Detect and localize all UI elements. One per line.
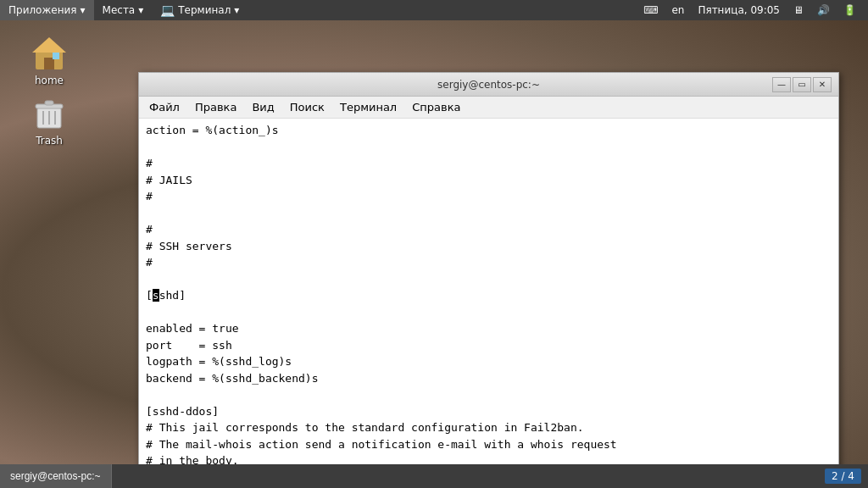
terminal-content[interactable]: action = %(action_)s # # JAILS # # # SSH… [139, 119, 838, 469]
battery-icon[interactable]: 🔋 [838, 0, 861, 20]
home-icon-label: home [35, 75, 64, 86]
top-panel-left: Приложения ▾ Места ▾ 💻 Терминал ▾ [0, 0, 248, 20]
svg-rect-3 [53, 53, 59, 59]
close-icon: ✕ [819, 80, 826, 89]
svg-rect-6 [45, 101, 53, 105]
terminal-text: action = %(action_)s # # JAILS # # # SSH… [146, 122, 832, 469]
terminal-title: sergiy@centos-pc:~ [205, 79, 772, 91]
menu-view[interactable]: Вид [245, 99, 281, 115]
terminal-titlebar: sergiy@centos-pc:~ — ▭ ✕ [139, 73, 838, 97]
apps-menu-label: Приложения [8, 4, 77, 16]
taskbar-right: 2 / 4 [825, 469, 868, 484]
menu-file[interactable]: Файл [142, 99, 186, 115]
minimize-button[interactable]: — [772, 77, 791, 92]
svg-rect-2 [44, 58, 54, 69]
taskbar-window-label: sergiy@centos-pc:~ [10, 470, 101, 482]
sound-icon[interactable]: 🔊 [812, 0, 835, 20]
taskbar-window-button[interactable]: sergiy@centos-pc:~ [0, 464, 112, 488]
minimize-icon: — [777, 80, 786, 89]
menu-terminal[interactable]: Терминал [333, 99, 403, 115]
places-menu[interactable]: Места ▾ [94, 0, 153, 20]
bottom-taskbar: sergiy@centos-pc:~ 2 / 4 [0, 464, 868, 488]
keyboard-icon[interactable]: ⌨ [638, 0, 663, 20]
trash-icon-label: Trash [36, 135, 63, 147]
menu-search[interactable]: Поиск [283, 99, 331, 115]
apps-menu[interactable]: Приложения ▾ [0, 0, 94, 20]
home-icon [29, 32, 70, 73]
restore-icon: ▭ [798, 80, 805, 89]
top-panel: Приложения ▾ Места ▾ 💻 Терминал ▾ ⌨ en П… [0, 0, 868, 20]
trash-icon [29, 92, 70, 133]
taskbar-left: sergiy@centos-pc:~ [0, 464, 112, 488]
terminal-menu[interactable]: 💻 Терминал ▾ [152, 0, 248, 20]
top-panel-right: ⌨ en Пятница, 09:05 🖥 🔊 🔋 [638, 0, 868, 20]
apps-menu-arrow: ▾ [81, 4, 86, 16]
terminal-menubar: Файл Правка Вид Поиск Терминал Справка [139, 97, 838, 119]
menu-help[interactable]: Справка [405, 99, 467, 115]
desktop: Приложения ▾ Места ▾ 💻 Терминал ▾ ⌨ en П… [0, 0, 868, 488]
terminal-menu-label: Терминал [178, 4, 231, 16]
page-indicator: 2 / 4 [825, 469, 861, 484]
svg-marker-1 [32, 37, 66, 53]
close-button[interactable]: ✕ [813, 77, 832, 92]
restore-button[interactable]: ▭ [793, 77, 811, 92]
desktop-icon-trash[interactable]: Trash [15, 89, 83, 150]
places-menu-arrow: ▾ [138, 4, 143, 16]
terminal-window: sergiy@centos-pc:~ — ▭ ✕ Файл Правка Вид… [138, 72, 839, 470]
desktop-icon-home[interactable]: home [15, 29, 83, 90]
terminal-menu-arrow: ▾ [234, 4, 239, 16]
terminal-icon: 💻 [160, 3, 175, 17]
window-controls: — ▭ ✕ [772, 77, 832, 92]
menu-edit[interactable]: Правка [188, 99, 243, 115]
places-menu-label: Места [103, 4, 136, 16]
monitor-icon[interactable]: 🖥 [788, 0, 809, 20]
language-indicator[interactable]: en [666, 0, 689, 20]
datetime-label: Пятница, 09:05 [693, 0, 785, 20]
